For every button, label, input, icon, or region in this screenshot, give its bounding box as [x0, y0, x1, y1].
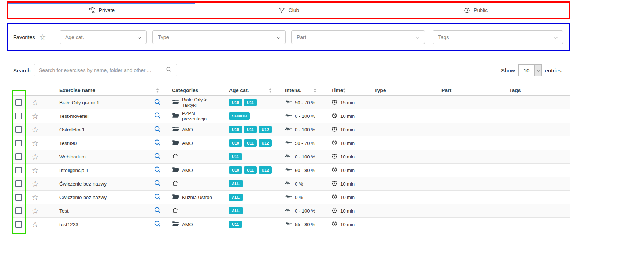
- categories-cell: Kuznia Ustron: [164, 194, 216, 201]
- alarm-clock-icon: [331, 221, 338, 228]
- header-intensity[interactable]: Intens.: [272, 87, 317, 93]
- home-icon: [172, 207, 179, 215]
- favorite-star-icon[interactable]: ☆: [32, 221, 39, 228]
- intensity-value: 0 %: [295, 195, 303, 200]
- categories-cell: AMO: [164, 139, 216, 147]
- time-value: 10 min: [340, 168, 355, 173]
- category-name: AMO: [182, 222, 193, 227]
- categories-cell: Białe Orły > Taktyki: [164, 97, 216, 108]
- header-intensity-label: Intens.: [285, 87, 301, 93]
- part-dropdown[interactable]: Part: [291, 30, 425, 44]
- time-value: 15 min: [340, 100, 355, 105]
- row-checkbox[interactable]: [15, 126, 22, 133]
- tab-public[interactable]: Public: [382, 3, 569, 18]
- exercise-name-cell: Test: [46, 208, 151, 214]
- type-dropdown[interactable]: Type: [152, 30, 286, 44]
- intensity-value: 0 - 100 %: [295, 208, 315, 214]
- categories-cell: AMO: [164, 166, 216, 174]
- row-checkbox[interactable]: [15, 99, 22, 106]
- page-size-select[interactable]: 10: [518, 64, 542, 76]
- age-badge: ALL: [229, 194, 243, 201]
- sort-icon-age-cat[interactable]: [269, 88, 272, 93]
- favorite-cell: ☆: [24, 166, 46, 174]
- row-checkbox[interactable]: [15, 207, 22, 214]
- intensity-pulse-icon: [285, 167, 292, 173]
- exercise-name: Ćwiczenie bez nazwy: [59, 195, 107, 200]
- favorites-star-icon[interactable]: ☆: [39, 33, 46, 41]
- favorite-cell: ☆: [24, 194, 46, 201]
- favorite-star-icon[interactable]: ☆: [32, 153, 39, 161]
- checkbox-cell: [13, 153, 24, 160]
- time-cell: 10 min: [317, 207, 361, 215]
- exercise-name-cell: Ćwiczenie bez nazwy: [46, 195, 151, 200]
- intensity-cell: 50 - 70 %: [272, 99, 317, 106]
- category-name: Białe Orły > Taktyki: [182, 97, 216, 108]
- preview-magnifier-icon[interactable]: [153, 193, 162, 202]
- age-badges: ALL: [216, 194, 272, 201]
- part-dropdown-placeholder: Part: [297, 34, 306, 40]
- search-input[interactable]: [39, 67, 166, 73]
- chevron-down-icon: [277, 34, 281, 38]
- preview-magnifier-icon[interactable]: [153, 98, 162, 107]
- tab-club-label: Club: [289, 7, 299, 13]
- preview-magnifier-icon[interactable]: [153, 139, 162, 148]
- folder-icon: [172, 166, 179, 174]
- row-checkbox[interactable]: [15, 113, 22, 119]
- exercise-name-cell: test1223: [46, 222, 151, 227]
- favorite-star-icon[interactable]: ☆: [32, 139, 39, 147]
- preview-magnifier-icon[interactable]: [153, 220, 162, 229]
- intensity-value: 50 - 70 %: [295, 100, 315, 105]
- checkbox-cell: [13, 194, 24, 201]
- row-checkbox[interactable]: [15, 221, 22, 228]
- home-icon: [172, 153, 179, 161]
- exercises-page: Private Club Public: [0, 0, 644, 266]
- header-categories: Categories: [164, 87, 216, 93]
- tags-dropdown-placeholder: Tags: [438, 34, 449, 40]
- favorite-star-icon[interactable]: ☆: [32, 207, 39, 215]
- tab-club[interactable]: Club: [195, 3, 382, 18]
- favorite-cell: ☆: [24, 99, 46, 106]
- sort-icon-exercise-name[interactable]: [156, 88, 159, 93]
- row-checkbox[interactable]: [15, 194, 22, 201]
- table-row: ☆ Test890 AMO U10U11U12: [13, 136, 570, 150]
- favorite-star-icon[interactable]: ☆: [32, 99, 39, 106]
- preview-magnifier-icon[interactable]: [153, 125, 162, 134]
- preview-magnifier-icon[interactable]: [153, 152, 162, 161]
- intensity-cell: 0 %: [272, 180, 317, 187]
- home-icon: [172, 180, 179, 188]
- table-row: ☆ Ćwiczenie bez nazwy ALL: [13, 177, 570, 191]
- favorite-star-icon[interactable]: ☆: [32, 126, 39, 134]
- time-cell: 10 min: [317, 139, 361, 147]
- favorite-star-icon[interactable]: ☆: [32, 112, 39, 120]
- row-checkbox[interactable]: [15, 153, 22, 160]
- preview-magnifier-icon[interactable]: [153, 166, 162, 175]
- favorite-star-icon[interactable]: ☆: [32, 166, 39, 174]
- favorite-star-icon[interactable]: ☆: [32, 194, 39, 201]
- preview-magnifier-icon[interactable]: [153, 179, 162, 188]
- alarm-clock-icon: [331, 139, 338, 147]
- header-age-cat[interactable]: Age cat.: [216, 87, 272, 93]
- table-row: ☆ Ćwiczenie bez nazwy Kuznia Ustron: [13, 191, 570, 204]
- row-checkbox[interactable]: [15, 167, 22, 173]
- preview-magnifier-icon[interactable]: [153, 206, 162, 216]
- checkbox-cell: [13, 221, 24, 228]
- exercise-name: Webinarium: [59, 154, 86, 160]
- age-badge: U11: [229, 221, 242, 228]
- exercise-name-cell: Test890: [46, 141, 151, 146]
- age-badge: ALL: [229, 180, 243, 187]
- sort-icon-time[interactable]: [343, 88, 346, 93]
- favorite-cell: ☆: [24, 207, 46, 215]
- exercise-name-cell: Test-movefail: [46, 113, 151, 119]
- header-exercise-name[interactable]: Exercise name: [46, 87, 151, 93]
- header-time[interactable]: Time: [317, 87, 361, 93]
- favorite-star-icon[interactable]: ☆: [32, 180, 39, 188]
- row-checkbox[interactable]: [15, 180, 22, 187]
- age-cat-dropdown[interactable]: Age cat.: [60, 30, 147, 44]
- tags-dropdown[interactable]: Tags: [433, 30, 563, 44]
- preview-magnifier-icon[interactable]: [153, 112, 162, 121]
- preview-cell: [151, 152, 164, 161]
- age-badge: U12: [259, 139, 272, 147]
- tab-private[interactable]: Private: [8, 3, 195, 18]
- sort-icon-intensity[interactable]: [314, 88, 317, 93]
- row-checkbox[interactable]: [15, 140, 22, 146]
